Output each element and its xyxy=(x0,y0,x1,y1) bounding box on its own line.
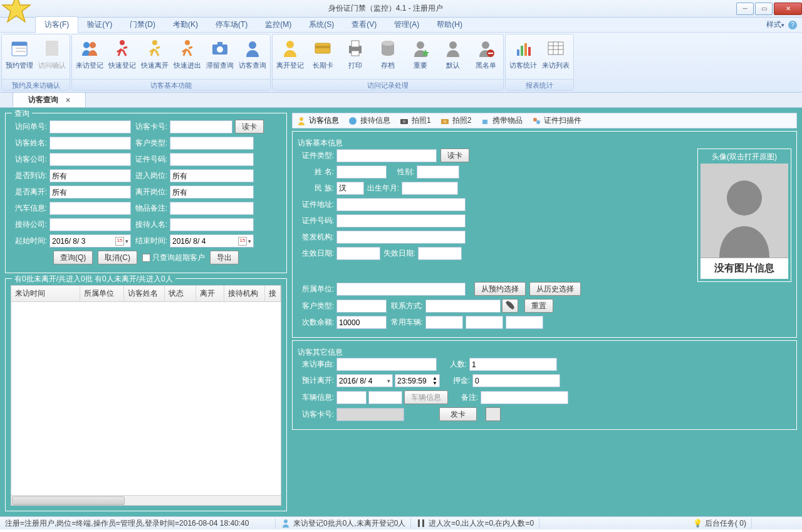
ribbon-calendar[interactable]: 预约管理 xyxy=(3,36,36,78)
date-leave[interactable]: 2016/ 8/ 4▾ xyxy=(336,374,393,387)
btn-cancel[interactable]: 取消(C) xyxy=(98,251,137,264)
inp-car[interactable] xyxy=(49,202,131,215)
ribbon-printer[interactable]: 打印 xyxy=(339,36,372,78)
btn-from-hist[interactable]: 从历史选择 xyxy=(529,282,581,296)
col-more[interactable]: 接 xyxy=(265,286,281,301)
sel-sex[interactable] xyxy=(417,165,459,179)
rtab-carry[interactable]: 携带物品 xyxy=(480,115,523,126)
inp-contact[interactable] xyxy=(425,300,501,313)
menu-visitor[interactable]: 访客(F) xyxy=(35,16,78,33)
sel-left[interactable]: 所有 xyxy=(49,185,131,199)
col-unit[interactable]: 所属单位 xyxy=(80,286,124,301)
menu-parking[interactable]: 停车场(T) xyxy=(207,17,256,33)
inp-visit-no[interactable] xyxy=(49,120,131,133)
inp-valid[interactable] xyxy=(336,247,380,260)
ribbon-chart[interactable]: 访客统计 xyxy=(507,36,539,78)
rtab-photo2[interactable]: 拍照2 xyxy=(440,115,472,126)
help-icon[interactable]: ? xyxy=(788,21,797,29)
ribbon-runner-yellow[interactable]: 快速离开 xyxy=(138,36,171,78)
minimize-button[interactable]: ─ xyxy=(736,3,754,15)
menu-system[interactable]: 系统(S) xyxy=(300,17,343,33)
btn-carinfo[interactable]: 车辆信息 xyxy=(404,390,448,404)
ribbon-star-green[interactable]: 重要 xyxy=(404,36,437,78)
inp-ocar[interactable] xyxy=(368,391,402,404)
doc-tab-visitor-query[interactable]: 访客查询 × xyxy=(13,92,86,107)
sel-arrived[interactable]: 所有 xyxy=(49,169,131,182)
inp-idno[interactable] xyxy=(170,153,254,166)
rtab-visitor[interactable]: 访客信息 xyxy=(296,115,339,126)
sel-veh1[interactable] xyxy=(425,316,463,329)
sel-idtype[interactable] xyxy=(336,149,437,162)
col-recv[interactable]: 接待机构 xyxy=(224,286,265,301)
btn-export[interactable]: 导出 xyxy=(210,251,239,264)
menu-attendance[interactable]: 考勤(K) xyxy=(164,17,207,33)
menu-help[interactable]: 帮助(H) xyxy=(428,17,471,33)
doc-tab-close-icon[interactable]: × xyxy=(66,96,70,105)
inp-vname[interactable] xyxy=(336,165,387,179)
menu-verify[interactable]: 验证(Y) xyxy=(78,17,121,33)
rtab-reception[interactable]: 接待信息 xyxy=(348,115,390,126)
ribbon-head-gray[interactable]: 默认 xyxy=(437,36,469,78)
menu-view[interactable]: 查看(V) xyxy=(343,17,385,33)
inp-addr[interactable] xyxy=(336,198,466,211)
btn-reset[interactable]: 重置 xyxy=(524,299,553,313)
sel-cust-type[interactable] xyxy=(170,137,254,150)
inp-nation[interactable] xyxy=(336,182,364,195)
menu-manage[interactable]: 管理(A) xyxy=(385,17,428,33)
sel-veh3[interactable] xyxy=(506,316,543,329)
chk-overdue[interactable] xyxy=(142,254,150,262)
col-time[interactable]: 来访时间 xyxy=(11,286,80,301)
ribbon-head-black[interactable]: 黑名单 xyxy=(469,36,502,78)
btn-readcard2[interactable]: 读卡 xyxy=(440,149,469,162)
col-name[interactable]: 访客姓名 xyxy=(124,286,165,301)
sel-ocar[interactable] xyxy=(336,391,367,404)
sel-deposit[interactable]: 0 xyxy=(472,374,560,387)
date-start[interactable]: 2016/ 8/ 315▾ xyxy=(49,234,131,248)
inp-birth[interactable] xyxy=(402,182,458,195)
sel-reason[interactable] xyxy=(336,358,437,371)
inp-recvname[interactable] xyxy=(170,218,254,231)
rtab-scan[interactable]: 证件扫描件 xyxy=(531,115,581,126)
inp-issuer[interactable] xyxy=(336,231,466,244)
inp-vidno[interactable] xyxy=(336,214,466,227)
avatar-box[interactable]: 头像(双击打开原图) 没有图片信息 xyxy=(697,149,791,282)
rtab-photo1[interactable]: 拍照1 xyxy=(399,115,431,126)
ribbon-database[interactable]: 存档 xyxy=(372,36,404,78)
ribbon-card[interactable]: 长期卡 xyxy=(306,36,339,78)
time-leave[interactable]: 23:59:59▲▼ xyxy=(395,374,440,387)
sel-veh2[interactable] xyxy=(466,316,503,329)
inp-goods[interactable] xyxy=(170,202,254,215)
menu-door[interactable]: 门禁(D) xyxy=(121,17,164,33)
col-leave[interactable]: 离开 xyxy=(196,286,224,301)
results-grid[interactable]: 来访时间 所属单位 访客姓名 状态 离开 接待机构 接 xyxy=(11,285,281,506)
col-status[interactable]: 状态 xyxy=(165,286,196,301)
inp-recvcomp[interactable] xyxy=(49,218,131,231)
inp-remain[interactable] xyxy=(336,316,387,329)
ribbon-runner-red[interactable]: 快速登记 xyxy=(106,36,138,78)
inp-invalid[interactable] xyxy=(418,247,462,260)
btn-from-booking[interactable]: 从预约选择 xyxy=(474,282,526,296)
sel-persons[interactable]: 1 xyxy=(469,358,557,371)
status-right[interactable]: 💡后台任务( 0) xyxy=(688,518,752,529)
maximize-button[interactable]: ▭ xyxy=(755,3,773,15)
date-end[interactable]: 2016/ 8/ 415▾ xyxy=(170,234,254,248)
sel-vcusttype[interactable] xyxy=(336,300,387,313)
menu-monitor[interactable]: 监控(M) xyxy=(256,17,300,33)
ribbon-head[interactable]: 访客查询 xyxy=(236,36,269,78)
ribbon-visitors[interactable]: 来访登记 xyxy=(73,36,106,78)
sel-inpost[interactable]: 所有 xyxy=(170,169,254,182)
btn-read-card[interactable]: 读卡 xyxy=(235,120,264,133)
ribbon-runner-orange[interactable]: 快速进出 xyxy=(171,36,204,78)
ribbon-grid[interactable]: 来访列表 xyxy=(539,36,572,78)
btn-query[interactable]: 查询(Q) xyxy=(53,251,93,264)
btn-phone[interactable] xyxy=(502,299,518,313)
btn-issue-card[interactable]: 发卡 xyxy=(439,407,477,421)
inp-note[interactable] xyxy=(481,391,568,404)
ribbon-yellow-man[interactable]: 离开登记 xyxy=(274,36,306,78)
sel-unit[interactable] xyxy=(336,283,466,296)
ribbon-camera[interactable]: 滞留查询 xyxy=(204,36,236,78)
grid-scrollbar[interactable] xyxy=(11,495,281,505)
sel-outpost[interactable]: 所有 xyxy=(170,185,254,199)
inp-company[interactable] xyxy=(49,153,131,166)
inp-name[interactable] xyxy=(49,137,131,150)
